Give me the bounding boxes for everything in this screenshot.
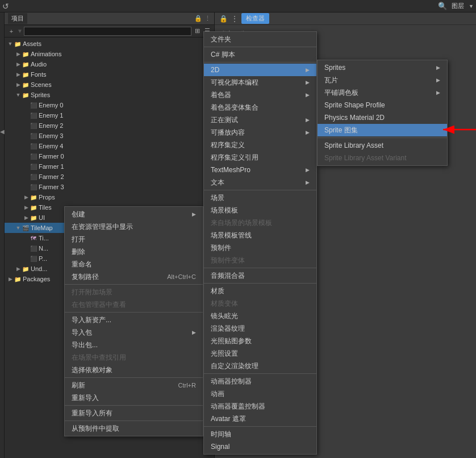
tree-arrow-props[interactable]: ▶ bbox=[23, 194, 30, 201]
menu-item-ctx-create-12[interactable]: TextMeshPro▶ bbox=[204, 164, 316, 176]
menu-item-ctx-sprites-2[interactable]: 平铺调色板▶ bbox=[318, 86, 447, 99]
menu-item-ctx-create-22[interactable]: 音频混合器 bbox=[204, 269, 316, 282]
menu-item-ctx-create-33[interactable]: 动画 bbox=[204, 388, 316, 400]
tree-item-animations[interactable]: ▶📁Animations bbox=[5, 49, 214, 59]
tree-item-farmer2[interactable]: ⬛Farmer 2 bbox=[5, 172, 214, 182]
menu-item-ctx-create-34[interactable]: 动画器覆盖控制器 bbox=[204, 400, 316, 413]
menu-item-ctx-main-0[interactable]: 创建▶ bbox=[65, 208, 203, 220]
tree-item-assets[interactable]: ▼📁Assets bbox=[5, 39, 214, 49]
tree-item-fonts[interactable]: ▶📁Fonts bbox=[5, 69, 214, 80]
menu-item-ctx-create-30[interactable]: 自定义渲染纹理 bbox=[204, 360, 316, 372]
menu-item-ctx-create-19[interactable]: 预制件 bbox=[204, 242, 316, 254]
tree-item-enemy3[interactable]: ⬛Enemy 3 bbox=[5, 131, 214, 141]
menu-item-ctx-sprites-3[interactable]: Sprite Shape Profile bbox=[318, 99, 447, 111]
menu-item-ctx-main-4[interactable]: 重命名 bbox=[65, 258, 203, 270]
menu-item-ctx-create-28[interactable]: 光照贴图参数 bbox=[204, 335, 316, 347]
menu-item-ctx-main-17[interactable]: 重新导入 bbox=[65, 392, 203, 404]
history-icon[interactable]: ↺ bbox=[2, 2, 9, 11]
tree-item-enemy1[interactable]: ⬛Enemy 1 bbox=[5, 110, 214, 120]
menu-item-ctx-main-5[interactable]: 复制路径Alt+Ctrl+C bbox=[65, 270, 203, 283]
lock-icon[interactable]: 🔒 bbox=[194, 15, 202, 22]
menu-item-ctx-main-21[interactable]: 从预制件中提取 bbox=[65, 422, 203, 435]
left-arrow-icon[interactable]: ◀ bbox=[0, 128, 5, 135]
menu-item-ctx-main-11[interactable]: 导入包▶ bbox=[65, 326, 203, 339]
tree-item-props[interactable]: ▶📁Props bbox=[5, 192, 214, 202]
menu-label-ctx-create-9: 可播放内容 bbox=[211, 128, 306, 138]
menu-item-ctx-create-35[interactable]: Avatar 遮罩 bbox=[204, 413, 316, 425]
menu-item-ctx-create-29[interactable]: 光照设置 bbox=[204, 347, 316, 360]
tree-arrow-assets[interactable]: ▼ bbox=[7, 40, 14, 47]
tree-arrow-audio[interactable]: ▶ bbox=[15, 61, 22, 68]
menu-item-ctx-create-38[interactable]: Signal bbox=[204, 440, 316, 453]
menu-label-ctx-create-37: 时间轴 bbox=[211, 430, 310, 439]
menu-item-ctx-sprites-0[interactable]: Sprites▶ bbox=[318, 61, 447, 74]
tree-item-audio[interactable]: ▶📁Audio bbox=[5, 59, 214, 69]
menu-item-ctx-create-13[interactable]: 文本▶ bbox=[204, 176, 316, 189]
lock-icon-2[interactable]: 🔒 bbox=[219, 15, 228, 23]
tree-item-scenes[interactable]: ▶📁Scenes bbox=[5, 80, 214, 90]
menu-item-ctx-create-0[interactable]: 文件夹 bbox=[204, 33, 316, 45]
tree-arrow-animations[interactable]: ▶ bbox=[15, 51, 22, 57]
search-input[interactable] bbox=[24, 27, 191, 36]
menu-item-ctx-create-9[interactable]: 可播放内容▶ bbox=[204, 126, 316, 139]
menu-dots-2[interactable]: ⋮ bbox=[231, 15, 238, 23]
menu-item-ctx-create-18[interactable]: 场景模板管线 bbox=[204, 229, 316, 242]
tree-arrow-sprites[interactable]: ▼ bbox=[15, 91, 22, 98]
menu-item-ctx-create-10[interactable]: 程序集定义 bbox=[204, 139, 316, 151]
menu-item-ctx-create-32[interactable]: 动画器控制器 bbox=[204, 375, 316, 388]
layers-label: 图层 bbox=[452, 2, 464, 10]
menu-item-ctx-main-1[interactable]: 在资源管理器中显示 bbox=[65, 220, 203, 233]
tree-arrow-packages[interactable]: ▶ bbox=[7, 276, 14, 282]
layout-icon[interactable]: ⊞ bbox=[193, 27, 202, 36]
tree-item-sprites[interactable]: ▼📁Sprites bbox=[5, 90, 214, 100]
menu-item-ctx-create-26[interactable]: 镜头眩光 bbox=[204, 310, 316, 322]
menu-item-ctx-sprites-1[interactable]: 瓦片▶ bbox=[318, 74, 447, 86]
menu-item-ctx-main-12[interactable]: 导出包... bbox=[65, 339, 203, 351]
layers-dropdown-icon[interactable]: ▼ bbox=[469, 3, 474, 9]
menu-item-ctx-create-4[interactable]: 2D▶ bbox=[204, 64, 316, 76]
tree-arrow-scenes[interactable]: ▶ bbox=[15, 81, 22, 88]
menu-item-ctx-main-3[interactable]: 删除 bbox=[65, 245, 203, 258]
menu-item-ctx-main-16[interactable]: 刷新Ctrl+R bbox=[65, 379, 203, 392]
tree-item-farmer3[interactable]: ⬛Farmer 3 bbox=[5, 182, 214, 192]
menu-item-ctx-create-7[interactable]: 着色器变体集合 bbox=[204, 101, 316, 114]
menu-item-ctx-main-14[interactable]: 选择依赖对象 bbox=[65, 364, 203, 376]
inspector-tab[interactable]: 检查器 bbox=[241, 13, 269, 24]
tree-item-enemy2[interactable]: ⬛Enemy 2 bbox=[5, 120, 214, 131]
search-icon[interactable]: 🔍 bbox=[438, 2, 447, 10]
menu-item-ctx-create-11[interactable]: 程序集定义引用 bbox=[204, 151, 316, 164]
tree-item-enemy4[interactable]: ⬛Enemy 4 bbox=[5, 141, 214, 151]
menu-item-ctx-sprites-4[interactable]: Physics Material 2D bbox=[318, 111, 447, 124]
tree-item-farmer0[interactable]: ⬛Farmer 0 bbox=[5, 151, 214, 161]
tree-icon-props: 📁 bbox=[30, 193, 37, 201]
menu-item-ctx-create-5[interactable]: 可视化脚本编程▶ bbox=[204, 76, 316, 89]
menu-item-ctx-create-16[interactable]: 场景模板 bbox=[204, 204, 316, 216]
menu-item-ctx-create-8[interactable]: 正在测试▶ bbox=[204, 114, 316, 126]
tree-arrow-tilemap[interactable]: ▼ bbox=[15, 224, 22, 231]
menu-item-ctx-create-37[interactable]: 时间轴 bbox=[204, 428, 316, 440]
menu-item-ctx-create-24[interactable]: 材质 bbox=[204, 285, 316, 297]
menu-item-ctx-create-2[interactable]: C# 脚本 bbox=[204, 48, 316, 61]
menu-dots-icon[interactable]: ⋮ bbox=[204, 15, 211, 22]
tree-icon-scenes: 📁 bbox=[22, 81, 30, 89]
menu-item-ctx-create-27[interactable]: 渲染器纹理 bbox=[204, 322, 316, 335]
menu-label-ctx-create-17: 来自场景的场景模板 bbox=[211, 218, 310, 228]
menu-item-ctx-sprites-5[interactable]: Sprite 图集 bbox=[318, 124, 447, 136]
tree-item-farmer1[interactable]: ⬛Farmer 1 bbox=[5, 161, 214, 172]
menu-item-ctx-main-2[interactable]: 打开 bbox=[65, 233, 203, 245]
menu-item-ctx-main-10[interactable]: 导入新资产... bbox=[65, 314, 203, 326]
tree-item-enemy0[interactable]: ⬛Enemy 0 bbox=[5, 100, 214, 110]
tree-arrow-ui[interactable]: ▶ bbox=[23, 214, 30, 221]
tree-arrow-fonts[interactable]: ▶ bbox=[15, 71, 22, 78]
menu-label-ctx-create-2: C# 脚本 bbox=[211, 50, 310, 60]
menu-label-ctx-main-19: 重新导入所有 bbox=[72, 409, 196, 418]
menu-label-ctx-create-33: 动画 bbox=[211, 389, 310, 399]
tree-arrow-und[interactable]: ▶ bbox=[15, 265, 22, 272]
add-button[interactable]: + bbox=[7, 27, 16, 36]
project-tab[interactable]: 项目 bbox=[8, 13, 27, 24]
menu-item-ctx-create-6[interactable]: 着色器▶ bbox=[204, 89, 316, 101]
tree-arrow-tiles[interactable]: ▶ bbox=[23, 204, 30, 211]
menu-item-ctx-main-19[interactable]: 重新导入所有 bbox=[65, 407, 203, 419]
menu-item-ctx-sprites-7[interactable]: Sprite Library Asset bbox=[318, 139, 447, 152]
menu-item-ctx-create-15[interactable]: 场景 bbox=[204, 191, 316, 204]
